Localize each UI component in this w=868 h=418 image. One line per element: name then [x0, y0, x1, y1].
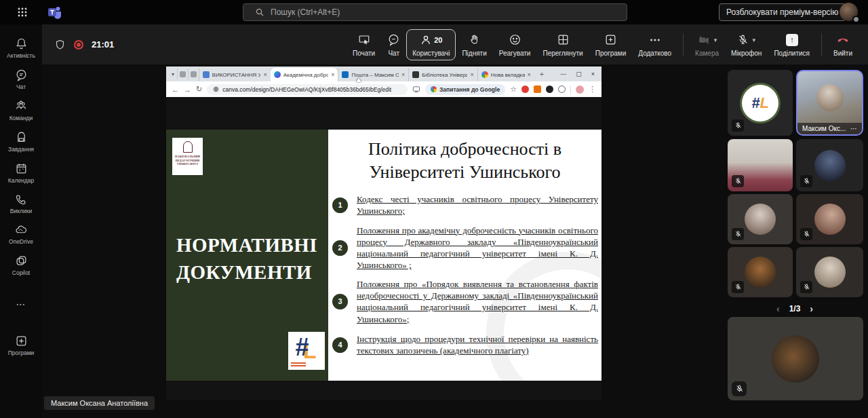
- sidebar-item-apps[interactable]: Програми: [0, 330, 42, 361]
- toolbar-divider: [821, 33, 822, 56]
- participant-avatar: #L: [742, 85, 778, 121]
- mic-options-chevron-icon[interactable]: ▾: [752, 37, 755, 43]
- present-screen-icon: [357, 34, 371, 46]
- copilot-icon: [15, 254, 28, 267]
- start-presenting-button[interactable]: Почати: [347, 29, 381, 60]
- speaker-video: [816, 84, 844, 111]
- search-input[interactable]: Пошук (Ctrl+Alt+E): [243, 3, 627, 21]
- page-next-icon[interactable]: ›: [810, 303, 813, 314]
- title-bar: Пошук (Ctrl+Alt+E) Розблокувати преміум-…: [0, 0, 868, 24]
- smiley-icon: [509, 33, 521, 46]
- cloud-icon: [14, 224, 28, 236]
- participant-avatar: [745, 256, 776, 288]
- participant-tile[interactable]: [728, 317, 863, 400]
- reload-icon: ↻: [196, 85, 202, 94]
- react-button[interactable]: Реагувати: [493, 29, 537, 60]
- calendar-icon: [15, 162, 28, 175]
- slide-item-3: 3 Положення про «Порядок виявлення та вс…: [332, 278, 598, 325]
- participant-tile[interactable]: [728, 139, 793, 191]
- meeting-stage: ▾ ВИКОРИСТАННЯ У × Академічна добро × По…: [42, 64, 868, 418]
- toolbar-divider: [683, 33, 684, 56]
- sidebar-item-teams[interactable]: Команди: [0, 95, 42, 126]
- extension-icon-orange: [534, 86, 541, 93]
- sidebar-item-onedrive[interactable]: OneDrive: [0, 219, 42, 250]
- phone-icon: [15, 193, 27, 206]
- chat-button[interactable]: Чат: [381, 29, 406, 60]
- participant-avatar: [772, 335, 819, 383]
- mic-muted-icon: [732, 381, 747, 396]
- browser-tab-active: Академічна добро ×: [271, 68, 338, 81]
- chat-bubble-icon: [387, 33, 400, 46]
- url-field: canva.com/design/DAHEGeOwIAQ/KtjXvBf8405…: [207, 84, 408, 95]
- window-controls: — ▢ ×: [549, 71, 601, 77]
- view-grid-icon: [557, 33, 570, 46]
- item-number: 4: [332, 337, 348, 353]
- app-launcher-icon[interactable]: [12, 2, 33, 22]
- leave-button[interactable]: Вийти: [827, 29, 859, 60]
- backpack-icon: [15, 131, 28, 144]
- participant-avatar: [745, 204, 776, 235]
- participant-tile[interactable]: [796, 247, 863, 297]
- participant-tile[interactable]: [728, 194, 793, 244]
- apps-button[interactable]: Програми: [589, 29, 633, 60]
- tab-close-icon: ×: [401, 71, 405, 78]
- participant-tile[interactable]: [728, 247, 793, 297]
- bell-icon: [15, 37, 28, 50]
- integrity-logo: L #: [288, 332, 325, 370]
- camera-button[interactable]: ▾ Камера: [689, 29, 725, 60]
- outlook-favicon: [342, 71, 349, 78]
- active-speaker-tile[interactable]: Максим Окс... ⋯: [796, 70, 863, 136]
- sidebar-item-copilot[interactable]: Copilot: [0, 250, 42, 281]
- mouse-cursor: ▲: [355, 75, 363, 84]
- addressbar-divider: [570, 86, 571, 94]
- share-tray-icon: ↑: [786, 34, 798, 46]
- tile-menu-icon[interactable]: ⋯: [850, 125, 857, 132]
- document-link: Положення про «Порядок виявлення та вста…: [357, 278, 598, 325]
- slide-section-title: НОРМАТИВНІ ДОКУМЕНТИ: [176, 231, 317, 286]
- slide-item-1: 1 Кодекс честі учасників освітнього проц…: [332, 193, 598, 217]
- sidebar-item-calls[interactable]: Виклики: [0, 189, 42, 219]
- more-actions-button[interactable]: ⋯ Додатково: [632, 29, 677, 60]
- participant-avatar: [814, 150, 846, 181]
- sidebar-item-assignments[interactable]: Завдання: [0, 126, 42, 157]
- share-button[interactable]: ↑ Поділитися: [768, 29, 816, 60]
- document-link: Інструкція щодо процедури технічної пере…: [357, 333, 598, 357]
- profile-icon: [576, 86, 584, 94]
- sidebar-item-activity[interactable]: Активність: [0, 33, 42, 64]
- page-indicator: 1/3: [789, 304, 801, 314]
- ask-google-button: Запитання до Google: [425, 84, 505, 95]
- tab-favicon: [481, 71, 488, 78]
- participant-tile[interactable]: [796, 194, 863, 244]
- maximize-icon: ▢: [576, 71, 582, 77]
- people-group-icon: [14, 100, 28, 113]
- page-prev-icon[interactable]: ‹: [776, 303, 780, 314]
- browser-tab: ВИКОРИСТАННЯ У ×: [199, 68, 271, 81]
- view-button[interactable]: Переглянути: [536, 29, 589, 60]
- recording-indicator-icon: [74, 40, 83, 50]
- sidebar-item-chat[interactable]: Чат: [0, 64, 42, 95]
- camera-options-chevron-icon[interactable]: ▾: [714, 37, 717, 43]
- people-button[interactable]: 20 Користувачі: [406, 29, 456, 60]
- plus-square-icon: [15, 335, 28, 347]
- canva-favicon: [274, 71, 281, 78]
- sidebar-item-calendar[interactable]: Календар: [0, 157, 42, 189]
- pinned-tab: [177, 69, 188, 79]
- meeting-toolbar: 21:01 Почати Чат 20 Користувачі Підняти: [42, 24, 868, 64]
- mic-button[interactable]: ▾ Мікрофон: [725, 29, 768, 60]
- participant-tile[interactable]: [796, 139, 863, 191]
- user-avatar[interactable]: [840, 3, 858, 21]
- presenter-name-label: Максим Оксана Анатоліївна: [44, 396, 155, 410]
- tab-search-chevron-icon: ▾: [169, 71, 177, 77]
- item-number: 2: [332, 240, 348, 256]
- slide-title: Політика доброчесності в Університеті Уш…: [328, 138, 601, 184]
- sidebar-more-icon[interactable]: ⋯: [16, 292, 26, 319]
- extension-icon-red: [521, 86, 529, 93]
- raise-hand-button[interactable]: Підняти: [456, 29, 492, 60]
- unlock-premium-button[interactable]: Розблокувати преміум-версію: [719, 3, 846, 21]
- browser-tab-strip: ▾ ВИКОРИСТАННЯ У × Академічна добро × По…: [166, 66, 601, 81]
- camera-off-icon: [697, 34, 711, 46]
- participant-tile[interactable]: #L: [728, 70, 793, 136]
- shared-screen[interactable]: ▾ ВИКОРИСТАННЯ У × Академічна добро × По…: [166, 66, 601, 400]
- presence-badge: [852, 16, 860, 23]
- browser-tab: Пошта – Максим О ×: [338, 68, 408, 81]
